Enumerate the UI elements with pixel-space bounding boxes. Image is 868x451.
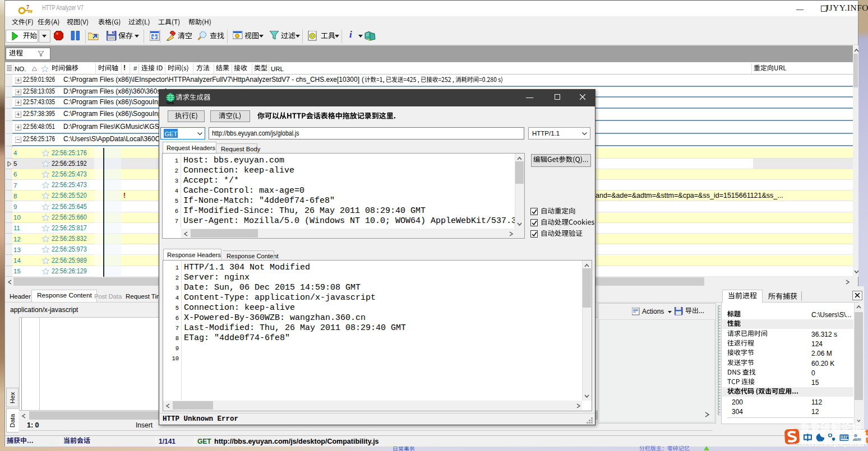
svg-text:http: http (167, 101, 174, 105)
svg-text:7: 7 (26, 4, 29, 10)
